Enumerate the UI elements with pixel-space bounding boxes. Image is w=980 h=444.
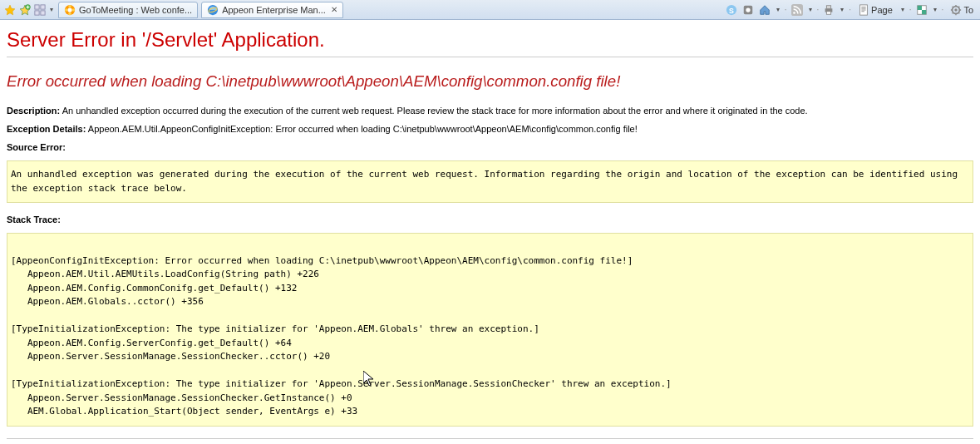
- ie-favicon-icon: [207, 4, 219, 16]
- svg-point-18: [793, 12, 795, 14]
- skype-icon[interactable]: S: [725, 3, 738, 17]
- svg-rect-2: [41, 4, 45, 8]
- toolbar-separator: ·: [849, 5, 851, 14]
- feeds-icon[interactable]: [790, 3, 804, 17]
- tools-menu-label: To: [963, 5, 973, 15]
- page-title: Server Error in '/Servlet' Application.: [7, 28, 973, 52]
- version-rule: [7, 438, 973, 439]
- stack-trace-block: [AppeonConfigInitException: Error occurr…: [7, 233, 973, 427]
- tools-menu-button[interactable]: To: [947, 4, 977, 16]
- description-text: An unhandled exception occurred during t…: [60, 106, 807, 116]
- toolbar-separator: ·: [942, 5, 944, 14]
- home-dropdown-icon[interactable]: ▾: [775, 3, 781, 17]
- svg-point-10: [68, 12, 71, 15]
- tab-close-icon[interactable]: ✕: [331, 5, 337, 14]
- svg-rect-25: [922, 10, 926, 14]
- toolbar-separator: ·: [785, 5, 787, 14]
- svg-point-16: [746, 7, 750, 12]
- page-menu-button[interactable]: Page: [854, 4, 896, 16]
- tab-gotomeeting[interactable]: GoToMeeting : Web confe...: [58, 2, 198, 18]
- source-error-section: Source Error:: [7, 142, 973, 152]
- page-menu-label: Page: [871, 5, 893, 15]
- tab-label: GoToMeeting : Web confe...: [79, 5, 192, 15]
- tabs-dropdown-icon[interactable]: ▾: [48, 3, 55, 17]
- svg-rect-20: [827, 5, 831, 8]
- toolbar-separator: ·: [817, 5, 820, 14]
- svg-point-8: [72, 8, 76, 12]
- stack-trace-label: Stack Trace:: [7, 215, 61, 224]
- svg-rect-4: [41, 10, 45, 14]
- tab-appeon[interactable]: Appeon Enterprise Man... ✕: [201, 2, 343, 18]
- svg-point-7: [65, 8, 68, 12]
- browser-toolbar: ▾ GoToMeeting : Web confe... Appeon Ente…: [0, 0, 980, 20]
- source-error-label: Source Error:: [7, 142, 66, 152]
- error-heading: Error occurred when loading C:\inetpub\w…: [7, 72, 973, 91]
- page-dropdown-icon[interactable]: ▾: [899, 3, 906, 17]
- print-icon[interactable]: [822, 3, 835, 17]
- gotomeeting-favicon-icon: [64, 4, 76, 16]
- svg-rect-1: [35, 4, 39, 8]
- toolbar-left: ▾ GoToMeeting : Web confe... Appeon Ente…: [3, 2, 343, 18]
- exception-text: Appeon.AEM.Util.AppeonConfigInitExceptio…: [86, 124, 637, 134]
- toolbar-separator: ·: [909, 5, 912, 14]
- svg-point-27: [955, 8, 958, 12]
- exception-label: Exception Details:: [7, 124, 86, 134]
- exception-section: Exception Details: Appeon.AEM.Util.Appeo…: [7, 124, 973, 134]
- svg-rect-17: [791, 4, 803, 16]
- svg-point-6: [67, 7, 71, 12]
- safety-dropdown-icon[interactable]: ▾: [932, 3, 938, 17]
- favorites-star-icon[interactable]: [3, 3, 17, 17]
- safety-icon[interactable]: [915, 3, 928, 17]
- description-label: Description:: [7, 106, 60, 116]
- svg-point-9: [68, 4, 71, 7]
- description-section: Description: An unhandled exception occu…: [7, 106, 973, 116]
- source-error-block: An unhandled exception was generated dur…: [7, 160, 973, 203]
- svg-rect-24: [917, 5, 921, 9]
- home-icon[interactable]: [758, 3, 771, 17]
- svg-rect-3: [35, 10, 39, 14]
- toolbar-right: S ▾ · ▾ · ▾ · Page ▾ · ▾ · To: [725, 3, 977, 17]
- add-favorite-icon[interactable]: [18, 3, 32, 17]
- page-content: Server Error in '/Servlet' Application. …: [0, 20, 980, 444]
- print-dropdown-icon[interactable]: ▾: [839, 3, 845, 17]
- title-rule: [7, 57, 973, 57]
- snagit-icon[interactable]: [741, 3, 755, 17]
- stack-trace-section: Stack Trace:: [7, 215, 973, 224]
- svg-text:S: S: [729, 6, 734, 14]
- tab-label: Appeon Enterprise Man...: [222, 5, 326, 15]
- feeds-dropdown-icon[interactable]: ▾: [807, 3, 814, 17]
- svg-rect-21: [827, 11, 831, 14]
- quick-tabs-icon[interactable]: [33, 3, 47, 17]
